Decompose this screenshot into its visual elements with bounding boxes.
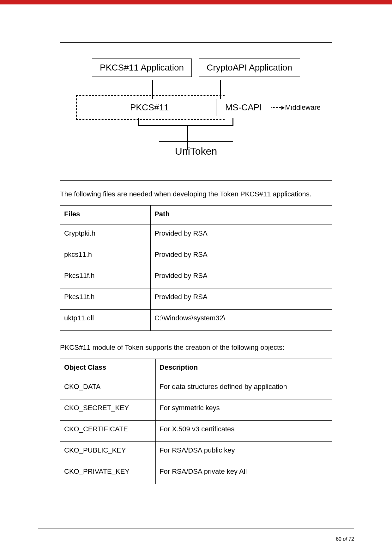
page-of: of xyxy=(343,536,347,542)
file-path: Provided by RSA xyxy=(151,288,332,310)
object-class-header: Object Class xyxy=(60,359,156,378)
table-row: pkcs11.h Provided by RSA xyxy=(60,246,332,267)
path-header: Path xyxy=(151,206,332,225)
page-number: 60 of 72 xyxy=(0,529,392,542)
table-row: CKO_PRIVATE_KEY For RSA/DSA private key … xyxy=(60,463,332,484)
table-row: CKO_DATA For data structures defined by … xyxy=(60,378,332,399)
unitoken-box: UniToken xyxy=(159,141,233,161)
middleware-label: Middleware xyxy=(267,103,321,112)
table-row: uktp11.dll C:\Windows\system32\ xyxy=(60,310,332,331)
object-desc: For data structures defined by applicati… xyxy=(156,378,332,399)
diagram-row-middle: PKCS#11 MS-CAPI Middleware xyxy=(73,99,319,116)
file-name: Pkcs11f.h xyxy=(60,267,151,288)
file-path: Provided by RSA xyxy=(151,246,332,267)
object-desc: For RSA/DSA public key xyxy=(156,442,332,463)
file-path: Provided by RSA xyxy=(151,225,332,246)
pkcs11-box: PKCS#11 xyxy=(121,99,178,116)
object-class-table: Object Class Description CKO_DATA For da… xyxy=(60,359,332,484)
connector-line xyxy=(138,118,139,126)
files-header: Files xyxy=(60,206,151,225)
pkcs11-app-box: PKCS#11 Application xyxy=(92,59,192,77)
object-desc: For X.509 v3 certificates xyxy=(156,421,332,442)
mscapi-box: MS-CAPI xyxy=(216,99,271,116)
table-row: CKO_SECRET_KEY For symmetric keys xyxy=(60,399,332,421)
object-class: CKO_DATA xyxy=(60,378,156,399)
table-header-row: Object Class Description xyxy=(60,359,332,378)
object-class: CKO_PRIVATE_KEY xyxy=(60,463,156,484)
objects-intro-paragraph: PKCS#11 module of Token supports the cre… xyxy=(60,343,332,352)
diagram-row-top: PKCS#11 Application CryptoAPI Applicatio… xyxy=(73,59,319,77)
files-table: Files Path Cryptpki.h Provided by RSA pk… xyxy=(60,205,332,331)
diagram-row-bottom: UniToken xyxy=(73,141,319,161)
page-total: 72 xyxy=(348,536,354,542)
table-row: CKO_PUBLIC_KEY For RSA/DSA public key xyxy=(60,442,332,463)
file-path: C:\Windows\system32\ xyxy=(151,310,332,331)
files-intro-paragraph: The following files are needed when deve… xyxy=(60,190,332,198)
table-row: Pkcs11f.h Provided by RSA xyxy=(60,267,332,288)
table-header-row: Files Path xyxy=(60,206,332,225)
file-name: Pkcs11t.h xyxy=(60,288,151,310)
table-row: Cryptpki.h Provided by RSA xyxy=(60,225,332,246)
page-current: 60 xyxy=(336,536,341,542)
cryptoapi-app-box: CryptoAPI Application xyxy=(199,59,300,77)
connector-line xyxy=(187,125,188,150)
architecture-diagram: PKCS#11 Application CryptoAPI Applicatio… xyxy=(60,42,332,181)
file-path: Provided by RSA xyxy=(151,267,332,288)
file-name: uktp11.dll xyxy=(60,310,151,331)
object-class: CKO_PUBLIC_KEY xyxy=(60,442,156,463)
table-row: CKO_CERTIFICATE For X.509 v3 certificate… xyxy=(60,421,332,442)
file-name: Cryptpki.h xyxy=(60,225,151,246)
page: PKCS#11 Application CryptoAPI Applicatio… xyxy=(0,0,392,555)
middleware-text: Middleware xyxy=(285,103,321,112)
object-desc: For symmetric keys xyxy=(156,399,332,421)
object-desc: For RSA/DSA private key All xyxy=(156,463,332,484)
file-name: pkcs11.h xyxy=(60,246,151,267)
header-bar xyxy=(0,0,392,4)
object-class: CKO_CERTIFICATE xyxy=(60,421,156,442)
content: PKCS#11 Application CryptoAPI Applicatio… xyxy=(0,4,392,484)
connector-line xyxy=(138,125,233,126)
description-header: Description xyxy=(156,359,332,378)
object-class: CKO_SECRET_KEY xyxy=(60,399,156,421)
table-row: Pkcs11t.h Provided by RSA xyxy=(60,288,332,310)
connector-line xyxy=(232,118,233,126)
